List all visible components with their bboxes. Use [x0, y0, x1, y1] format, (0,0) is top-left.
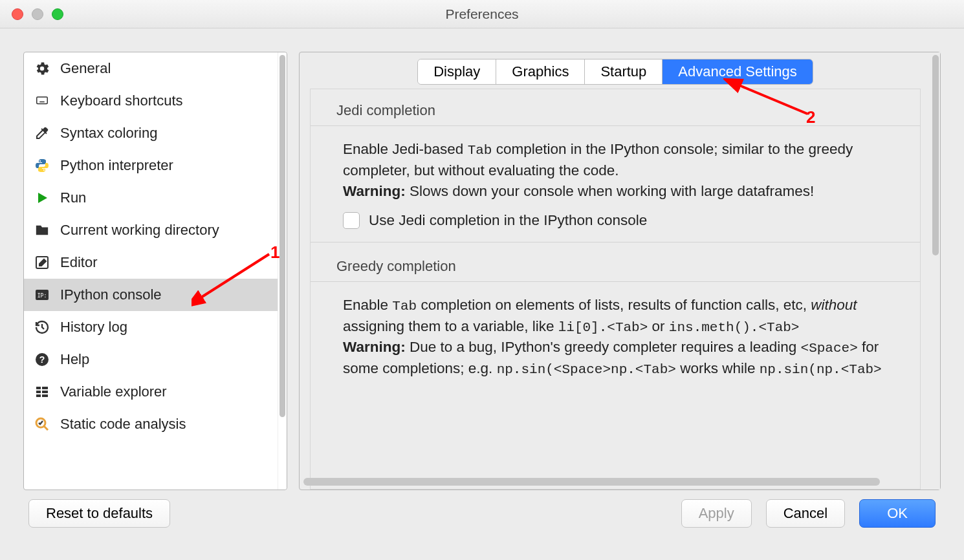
window-title: Preferences [0, 6, 964, 22]
cancel-button[interactable]: Cancel [766, 499, 845, 528]
svg-rect-13 [36, 394, 41, 397]
sidebar-scrollbar[interactable] [278, 52, 287, 490]
main-scrollbar[interactable] [931, 52, 940, 490]
eyedropper-icon [33, 124, 51, 142]
jedi-group: Enable Jedi-based Tab completion in the … [311, 125, 920, 242]
edit-icon [33, 253, 51, 272]
greedy-group: Enable Tab completion on elements of lis… [311, 281, 920, 380]
tab-startup[interactable]: Startup [585, 59, 663, 84]
sidebar-item-label: Current working directory [60, 222, 219, 239]
sidebar-item-label: Help [60, 351, 89, 368]
ok-button[interactable]: OK [859, 499, 936, 528]
tab-graphics[interactable]: Graphics [496, 59, 585, 84]
keyboard-icon [33, 92, 51, 110]
svg-rect-0 [37, 97, 48, 104]
variables-icon [33, 383, 51, 401]
greedy-group-title: Greedy completion [311, 258, 920, 281]
svg-text:IP:: IP: [38, 293, 47, 299]
jedi-checkbox-row: Use Jedi completion in the IPython conso… [343, 212, 894, 229]
sidebar-item-editor[interactable]: Editor [24, 246, 278, 279]
sidebar-list: General Keyboard shortcuts Syntax colori… [24, 52, 278, 490]
svg-rect-12 [36, 391, 41, 393]
sidebar-item-label: History log [60, 319, 127, 336]
help-icon: ? [33, 350, 51, 369]
footer: Reset to defaults Apply Cancel OK [0, 490, 964, 537]
svg-rect-16 [42, 394, 48, 397]
sidebar-item-run[interactable]: Run [24, 182, 278, 214]
ipython-icon: IP: [33, 286, 51, 304]
sidebar-item-label: Run [60, 189, 86, 206]
sidebar-item-label: General [60, 60, 111, 77]
sidebar-item-help[interactable]: ? Help [24, 343, 278, 376]
sidebar-item-keyboard-shortcuts[interactable]: Keyboard shortcuts [24, 85, 278, 117]
titlebar: Preferences [0, 0, 964, 28]
reset-to-defaults-button[interactable]: Reset to defaults [28, 499, 170, 528]
sidebar-item-static-code-analysis[interactable]: Static code analysis [24, 408, 278, 440]
svg-rect-15 [42, 391, 48, 393]
tab-advanced-settings[interactable]: Advanced Settings [663, 59, 812, 84]
sidebar-panel: General Keyboard shortcuts Syntax colori… [23, 52, 287, 490]
gears-icon [33, 59, 51, 78]
svg-rect-11 [36, 387, 41, 389]
sidebar-item-label: Python interpreter [60, 157, 173, 174]
analysis-icon [33, 415, 51, 433]
sidebar-item-label: Variable explorer [60, 383, 167, 400]
sidebar-item-ipython-console[interactable]: IP: IPython console [24, 279, 278, 311]
python-icon [33, 156, 51, 175]
sidebar-item-python-interpreter[interactable]: Python interpreter [24, 149, 278, 182]
sidebar-item-label: Static code analysis [60, 416, 186, 433]
jedi-group-title: Jedi completion [311, 102, 920, 125]
folder-icon [33, 221, 51, 239]
sidebar-item-history-log[interactable]: History log [24, 311, 278, 343]
jedi-checkbox[interactable] [343, 212, 360, 229]
svg-text:?: ? [39, 354, 45, 365]
greedy-description: Enable Tab completion on elements of lis… [343, 295, 894, 380]
tab-display[interactable]: Display [418, 59, 496, 84]
svg-rect-14 [42, 387, 48, 389]
horizontal-scrollbar[interactable] [303, 478, 930, 486]
settings-body: Jedi completion Enable Jedi-based Tab co… [310, 89, 921, 490]
sidebar-item-syntax-coloring[interactable]: Syntax coloring [24, 117, 278, 149]
jedi-checkbox-label: Use Jedi completion in the IPython conso… [369, 212, 647, 229]
sidebar-item-cwd[interactable]: Current working directory [24, 214, 278, 246]
apply-button[interactable]: Apply [681, 499, 752, 528]
sidebar-item-variable-explorer[interactable]: Variable explorer [24, 376, 278, 408]
content-area: General Keyboard shortcuts Syntax colori… [0, 28, 964, 490]
sidebar-item-general[interactable]: General [24, 52, 278, 85]
jedi-description: Enable Jedi-based Tab completion in the … [343, 139, 894, 202]
history-icon [33, 318, 51, 336]
play-icon [33, 189, 51, 207]
sidebar-item-label: Editor [60, 254, 97, 271]
main-panel: Display Graphics Startup Advanced Settin… [299, 52, 941, 490]
sidebar-item-label: Keyboard shortcuts [60, 92, 183, 109]
sidebar-item-label: Syntax coloring [60, 125, 157, 142]
sidebar-item-label: IPython console [60, 286, 162, 303]
tab-bar: Display Graphics Startup Advanced Settin… [300, 59, 931, 85]
svg-line-18 [44, 426, 48, 430]
